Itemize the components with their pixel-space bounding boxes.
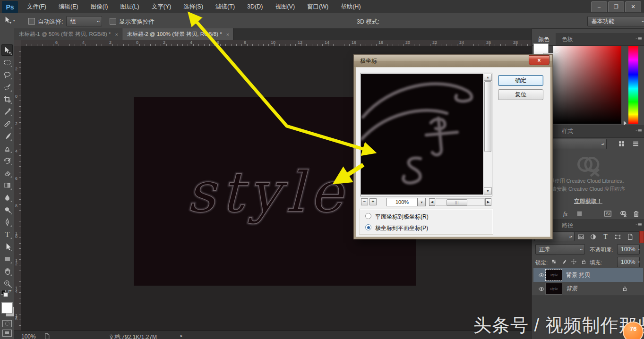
blend-mode-dropdown[interactable]: 正常 ▴▾ xyxy=(535,244,585,254)
move-tool[interactable] xyxy=(1,44,13,56)
lock-transparent-pixels-button[interactable] xyxy=(551,259,557,265)
hue-slider[interactable] xyxy=(628,46,638,124)
rectangular-marquee-tool[interactable] xyxy=(1,57,13,68)
menu-item-5[interactable]: 选择(S) xyxy=(177,0,209,13)
horizontal-ruler[interactable]: 6420246810121416182022242628 xyxy=(21,40,532,46)
preview-horizontal-scrollbar[interactable]: ◀ ||| ▶ xyxy=(429,198,491,206)
gradient-tool[interactable] xyxy=(1,179,13,191)
layer-row-background[interactable]: style 背景 xyxy=(533,282,643,296)
menu-item-9[interactable]: 窗口(W) xyxy=(301,0,335,13)
lock-position-button[interactable] xyxy=(571,259,577,265)
pixel-layer-filter-button[interactable] xyxy=(577,233,584,240)
auto-select-dropdown[interactable]: 组 ▴▾ xyxy=(66,16,102,26)
trash-icon[interactable] xyxy=(632,210,640,218)
quick-mask-icon[interactable] xyxy=(2,320,12,327)
tab-swatches[interactable]: 色板 xyxy=(556,33,579,45)
status-menu-arrow-icon[interactable]: ▸ xyxy=(180,333,183,338)
list-view-icon[interactable] xyxy=(630,138,641,149)
radio-label-1[interactable]: 极坐标到平面坐标(P) xyxy=(375,224,428,232)
lasso-tool[interactable] xyxy=(1,69,13,80)
history-brush-tool[interactable] xyxy=(1,155,13,166)
type-layer-filter-button[interactable]: T xyxy=(602,233,609,240)
move-tool-preset-icon[interactable]: ▾ xyxy=(4,16,12,24)
eye-icon[interactable] xyxy=(538,272,545,279)
layer-thumbnail[interactable]: style xyxy=(546,283,562,294)
tab-close-icon[interactable]: × xyxy=(226,32,229,37)
menu-item-10[interactable]: 帮助(H) xyxy=(335,0,367,13)
ok-button[interactable]: 确定 xyxy=(498,75,543,86)
radio-label-0[interactable]: 平面坐标到极坐标(R) xyxy=(375,213,429,221)
lock-all-button[interactable] xyxy=(581,259,587,265)
color-field-marker[interactable] xyxy=(554,48,559,53)
panel-menu-icon[interactable] xyxy=(635,222,643,229)
screen-mode-icon[interactable] xyxy=(2,330,12,337)
menu-item-4[interactable]: 文字(Y) xyxy=(146,0,178,13)
lock-image-pixels-button[interactable] xyxy=(561,259,567,265)
rectangle-shape-tool[interactable] xyxy=(1,253,13,264)
document-tab-1[interactable]: 未标题-2 @ 100% (背景 拷贝, RGB/8) * × xyxy=(122,28,233,40)
zoom-out-button[interactable]: − xyxy=(361,198,368,205)
hand-tool[interactable] xyxy=(1,265,13,277)
scroll-down-icon[interactable]: ▼ xyxy=(484,187,492,195)
layer-thumbnail[interactable]: style xyxy=(546,270,562,280)
blur-tool[interactable] xyxy=(1,192,13,203)
style-badge[interactable]: St xyxy=(604,210,612,218)
eyedropper-tool[interactable] xyxy=(1,106,13,117)
preview-vertical-scrollbar[interactable]: ▲ ▼ xyxy=(483,74,492,195)
radio-1[interactable] xyxy=(365,224,371,230)
crop-tool[interactable] xyxy=(1,93,13,105)
scroll-right-icon[interactable]: ▶ xyxy=(485,198,491,206)
layer-name[interactable]: 背景 xyxy=(566,285,577,293)
scrollbar-thumb[interactable]: ||| xyxy=(447,199,467,206)
layer-filter-toggle[interactable] xyxy=(639,231,644,243)
horizontal-type-tool[interactable]: T xyxy=(1,229,13,240)
pen-tool[interactable] xyxy=(1,216,13,228)
menu-item-7[interactable]: 3D(D) xyxy=(241,0,269,13)
spot-healing-brush-tool[interactable] xyxy=(1,118,13,129)
eye-icon[interactable] xyxy=(538,286,545,292)
zoom-in-button[interactable]: + xyxy=(369,198,377,205)
grid-view-icon[interactable] xyxy=(616,138,627,149)
dialog-title-bar[interactable]: 极坐标 xyxy=(354,55,552,67)
swap-colors-icon[interactable]: ⇄ xyxy=(8,289,12,294)
reset-button[interactable]: 复位 xyxy=(498,89,543,100)
color-field[interactable] xyxy=(553,46,621,124)
eraser-tool[interactable] xyxy=(1,167,13,178)
shape-layer-filter-button[interactable] xyxy=(614,233,621,240)
menu-item-2[interactable]: 图像(I) xyxy=(85,0,114,13)
workspace-dropdown[interactable]: 基本功能 ▴▾ xyxy=(587,16,644,26)
smart-object-filter-button[interactable] xyxy=(627,233,634,240)
fx-icon[interactable]: fx xyxy=(561,210,569,218)
foreground-color-box[interactable] xyxy=(1,302,13,314)
filter-preview-image[interactable] xyxy=(361,74,483,195)
dodge-tool[interactable] xyxy=(1,204,13,215)
cc-sync-icon[interactable] xyxy=(619,210,627,218)
menu-item-3[interactable]: 图层(L) xyxy=(114,0,145,13)
quick-selection-tool[interactable] xyxy=(1,81,13,93)
scroll-up-icon[interactable]: ▲ xyxy=(484,74,492,81)
clone-stamp-tool[interactable] xyxy=(1,143,13,154)
status-zoom[interactable]: 100% xyxy=(21,333,36,339)
radio-0[interactable] xyxy=(365,213,371,219)
path-selection-tool[interactable] xyxy=(1,241,13,252)
zoom-level-dropdown[interactable]: 100% xyxy=(386,198,418,206)
menu-item-1[interactable]: 编辑(E) xyxy=(52,0,85,13)
color-swatch[interactable] xyxy=(575,210,584,218)
brush-tool[interactable] xyxy=(1,130,13,142)
layer-row-background-copy[interactable]: style 背景 拷贝 xyxy=(533,268,643,282)
vertical-ruler[interactable]: 2024681 01 21 41 6 xyxy=(14,46,21,339)
opacity-dropdown[interactable]: 100% ▾ xyxy=(617,244,640,254)
auto-select-checkbox[interactable] xyxy=(28,18,35,25)
restore-button[interactable]: ❐ xyxy=(608,1,624,12)
close-button[interactable]: ✕ xyxy=(625,1,641,12)
fill-dropdown[interactable]: 100% ▾ xyxy=(617,257,640,267)
zoom-dropdown-arrow-icon[interactable]: ▼ xyxy=(418,198,426,206)
adjustment-layer-filter-button[interactable] xyxy=(590,233,597,240)
scrollbar-thumb[interactable] xyxy=(484,81,491,152)
show-transform-checkbox[interactable] xyxy=(110,18,116,25)
tab-paths[interactable]: 路径 xyxy=(556,219,579,231)
menu-item-6[interactable]: 滤镜(T) xyxy=(209,0,241,13)
panel-menu-icon[interactable] xyxy=(635,36,643,42)
dialog-close-button[interactable]: × xyxy=(529,55,550,65)
document-tab-0[interactable]: 未标题-1 @ 50% (背景 拷贝, RGB/8) * × xyxy=(14,28,122,40)
